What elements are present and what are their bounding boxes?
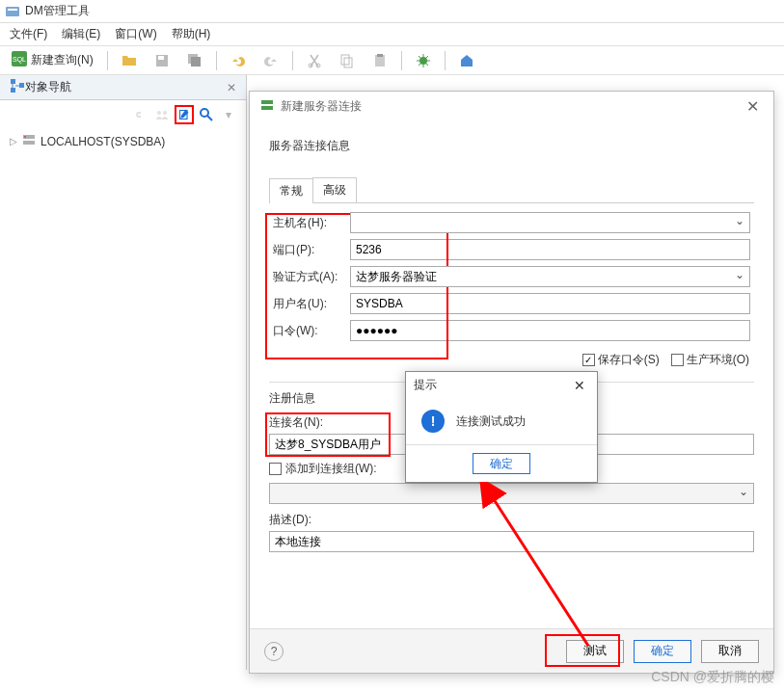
- server-icon: [21, 132, 37, 150]
- host-input[interactable]: [350, 212, 750, 233]
- main-toolbar: SQL 新建查询(N): [0, 45, 784, 75]
- sidebar-toolbar: ▾: [0, 100, 246, 127]
- svg-rect-23: [23, 141, 35, 145]
- save-pwd-checkbox[interactable]: 保存口令(S): [582, 352, 660, 368]
- menu-dropdown-icon[interactable]: ▾: [219, 105, 238, 124]
- auth-select[interactable]: [350, 266, 750, 287]
- dialog-titlebar: 新建服务器连接 ✕: [250, 92, 773, 120]
- test-button[interactable]: 测试: [566, 640, 624, 663]
- add-group-checkbox[interactable]: [269, 463, 282, 475]
- home-button[interactable]: [452, 50, 481, 71]
- svg-rect-1: [8, 9, 17, 11]
- toolbar-divider: [445, 51, 446, 70]
- sidebar: 对象导航 ✕ ▾ ▷ LOCALHOST(SYSDBA): [0, 75, 247, 670]
- auth-label: 验证方式(A):: [269, 263, 346, 290]
- sidebar-tab-close-icon[interactable]: ✕: [227, 81, 236, 94]
- alert-dialog: 提示 ✕ ! 连接测试成功 确定: [405, 371, 598, 483]
- add-group-label: 添加到连接组(W):: [285, 461, 377, 477]
- tree-root-label: LOCALHOST(SYSDBA): [41, 135, 165, 148]
- watermark: CSDN @爱折腾的樱: [651, 669, 774, 686]
- app-icon: [5, 4, 20, 19]
- save-all-button[interactable]: [180, 50, 209, 71]
- debug-button[interactable]: [409, 50, 438, 71]
- port-label: 端口(P):: [269, 236, 346, 263]
- sidebar-tab-header: 对象导航 ✕: [0, 75, 246, 100]
- prod-env-checkbox[interactable]: 生产环境(O): [671, 352, 749, 368]
- copy-button[interactable]: [333, 50, 362, 71]
- edit-connection-button[interactable]: [175, 105, 194, 124]
- desc-input[interactable]: [269, 531, 754, 552]
- undo-button[interactable]: [224, 50, 253, 71]
- cancel-button[interactable]: 取消: [701, 640, 759, 663]
- alert-close-button[interactable]: ✕: [570, 378, 589, 393]
- tree-root-node[interactable]: ▷ LOCALHOST(SYSDBA): [10, 132, 236, 150]
- toolbar-divider: [292, 51, 293, 70]
- ok-button[interactable]: 确定: [634, 640, 691, 663]
- tree-icon: [10, 78, 25, 96]
- checkbox-icon: [582, 354, 595, 366]
- alert-title: 提示: [414, 377, 437, 393]
- toolbar-divider: [216, 51, 217, 70]
- info-icon: !: [421, 410, 445, 433]
- svg-rect-15: [11, 79, 15, 84]
- svg-rect-25: [261, 100, 273, 104]
- alert-message: 连接测试成功: [456, 413, 526, 430]
- new-query-label: 新建查询(N): [31, 52, 94, 68]
- group-select[interactable]: [269, 483, 754, 504]
- group-icon[interactable]: [152, 105, 172, 124]
- menu-help[interactable]: 帮助(H): [172, 26, 211, 42]
- new-query-button[interactable]: SQL 新建查询(N): [5, 48, 100, 72]
- desc-label: 描述(D):: [269, 512, 754, 528]
- app-title: DM管理工具: [25, 3, 90, 19]
- svg-point-19: [163, 111, 167, 115]
- redo-button[interactable]: [257, 50, 285, 71]
- toolbar-divider: [401, 51, 402, 70]
- help-button[interactable]: ?: [264, 642, 284, 661]
- app-titlebar: DM管理工具: [0, 0, 784, 23]
- svg-rect-17: [19, 83, 24, 88]
- checkbox-icon: [671, 354, 684, 366]
- user-label: 用户名(U):: [269, 290, 346, 317]
- dialog-title-text: 新建服务器连接: [281, 98, 362, 115]
- svg-rect-0: [6, 7, 19, 16]
- alert-ok-button[interactable]: 确定: [473, 453, 530, 474]
- svg-point-24: [24, 136, 26, 138]
- toolbar-divider: [107, 51, 108, 70]
- svg-rect-10: [341, 55, 349, 65]
- save-button[interactable]: [148, 50, 176, 71]
- svg-rect-13: [377, 54, 383, 57]
- sql-icon: SQL: [12, 51, 27, 69]
- dialog-close-button[interactable]: ✕: [742, 97, 764, 116]
- dialog-icon: [259, 97, 275, 116]
- svg-point-21: [201, 109, 208, 117]
- pwd-input[interactable]: [350, 320, 750, 341]
- open-folder-button[interactable]: [115, 50, 144, 71]
- svg-point-14: [419, 57, 427, 65]
- svg-text:SQL: SQL: [13, 56, 26, 64]
- menu-file[interactable]: 文件(F): [10, 26, 47, 42]
- menu-edit[interactable]: 编辑(E): [62, 26, 100, 42]
- section-server-info: 服务器连接信息: [269, 130, 754, 162]
- svg-point-18: [157, 111, 161, 115]
- svg-rect-26: [261, 106, 273, 110]
- svg-rect-5: [158, 56, 164, 60]
- search-icon[interactable]: [197, 105, 216, 124]
- cut-button[interactable]: [300, 50, 329, 71]
- svg-rect-11: [344, 58, 352, 67]
- svg-rect-7: [191, 57, 201, 66]
- dialog-subtabs: 常规 高级: [269, 177, 754, 203]
- user-input[interactable]: [350, 293, 750, 314]
- port-input[interactable]: [350, 239, 750, 260]
- tab-advanced[interactable]: 高级: [312, 177, 357, 202]
- paste-button[interactable]: [365, 50, 394, 71]
- expand-arrow-icon[interactable]: ▷: [10, 136, 17, 146]
- menu-window[interactable]: 窗口(W): [115, 26, 156, 42]
- object-tree: ▷ LOCALHOST(SYSDBA): [0, 127, 246, 155]
- pwd-label: 口令(W):: [269, 317, 346, 344]
- tab-general[interactable]: 常规: [269, 178, 313, 203]
- menubar: 文件(F) 编辑(E) 窗口(W) 帮助(H): [0, 23, 784, 45]
- sidebar-tab-title: 对象导航: [25, 79, 222, 95]
- link-icon[interactable]: [130, 105, 149, 124]
- host-label: 主机名(H):: [269, 209, 346, 236]
- dialog-footer: ? 测试 确定 取消: [250, 628, 773, 673]
